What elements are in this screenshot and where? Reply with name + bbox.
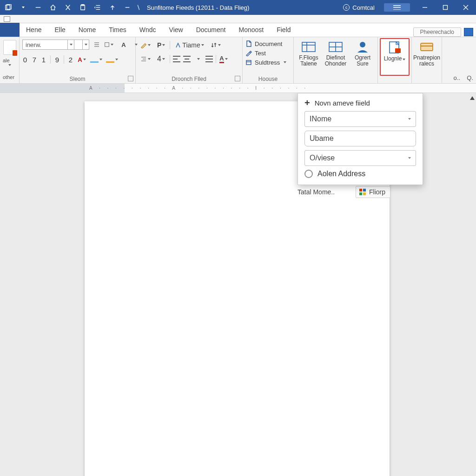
- ribbon-display-options[interactable]: [384, 3, 410, 12]
- document-item[interactable]: Document: [245, 39, 291, 48]
- big-label: F.Fliogs: [299, 54, 318, 61]
- window-close[interactable]: [456, 0, 476, 15]
- share-icon[interactable]: [464, 28, 473, 36]
- num-button[interactable]: 4: [155, 54, 167, 64]
- inome-select[interactable]: INome: [304, 111, 416, 127]
- chip-label: Fliorp: [369, 188, 385, 196]
- dialog-launcher-icon[interactable]: [128, 76, 133, 81]
- clipboard-icon[interactable]: [3, 40, 16, 55]
- box-icon[interactable]: [104, 40, 113, 50]
- menu-tab[interactable]: Hene: [20, 23, 48, 37]
- menu-tab[interactable]: Field: [270, 23, 297, 37]
- aolen-address-radio[interactable]: Aolen Address: [304, 170, 416, 178]
- ribbon-tail: Q. o..: [442, 37, 476, 83]
- titlebar-right: c Comtcal: [338, 0, 476, 15]
- p-button[interactable]: P: [155, 40, 167, 50]
- svg-rect-16: [105, 43, 109, 47]
- align-left-icon[interactable]: [173, 56, 180, 62]
- group-label: Droonch Flled: [136, 76, 242, 82]
- qat-separator: [136, 2, 141, 13]
- tiame-button[interactable]: Tiame: [173, 40, 205, 50]
- fliorp-chip[interactable]: Fliorp: [356, 186, 390, 198]
- svg-rect-22: [302, 42, 315, 52]
- test-item[interactable]: Test: [245, 48, 291, 58]
- svg-rect-36: [363, 192, 366, 195]
- titlebar: Sunfitome Fieeds (12011 - Data Flieg) c …: [0, 0, 476, 15]
- indent-decrease-icon[interactable]: [91, 2, 104, 13]
- size-option[interactable]: 9: [54, 56, 60, 64]
- oviese-select[interactable]: O/viese: [304, 150, 416, 166]
- list-icon[interactable]: [92, 40, 101, 50]
- pheerechaclo-button[interactable]: Pheerechaclo: [413, 27, 461, 37]
- big-label: Llognle: [384, 55, 402, 62]
- ruler-marker-icon[interactable]: [469, 93, 476, 103]
- indent-increase-icon[interactable]: [106, 2, 119, 13]
- chevron-down-icon[interactable]: [68, 40, 74, 50]
- menu-tab[interactable]: Monoost: [232, 23, 270, 37]
- indent-icon[interactable]: [139, 54, 152, 64]
- align-center-icon[interactable]: [183, 56, 191, 62]
- ruler-scale[interactable]: A · · · · · · · · · A · · · · · · · · · …: [85, 84, 476, 93]
- big-label: Pnatrepion: [413, 54, 440, 61]
- plus-icon: +: [304, 98, 310, 107]
- fliogs-button[interactable]: F.FliogsTalene: [297, 39, 321, 76]
- workspace: + Novn ameve fiield INome Ubame O/viese …: [0, 93, 476, 476]
- llognle-button[interactable]: Llognle: [382, 40, 408, 62]
- ogrert-button[interactable]: OgrertSure: [350, 39, 375, 76]
- menu-tab[interactable]: Wndc: [133, 23, 163, 37]
- menu-tab[interactable]: Times: [102, 23, 133, 37]
- sort-icon[interactable]: [209, 40, 223, 50]
- size-option[interactable]: 0: [22, 56, 28, 64]
- num-label: 4: [157, 55, 161, 63]
- svg-rect-10: [443, 6, 448, 10]
- font-grow-icon[interactable]: A: [119, 40, 128, 50]
- size-option[interactable]: 1: [41, 56, 46, 64]
- chevron-down-icon[interactable]: [8, 64, 11, 66]
- menu-tab[interactable]: View: [163, 23, 190, 37]
- highlight-icon[interactable]: [90, 54, 102, 65]
- pnatrepion-button[interactable]: Pnatrepionralecs: [415, 39, 439, 76]
- menu-tab[interactable]: Elle: [48, 23, 72, 37]
- cut-icon[interactable]: [61, 2, 74, 13]
- ruler-margin: [0, 84, 85, 93]
- separator: [216, 55, 216, 63]
- big-label: Ogrert: [355, 54, 370, 61]
- account-label: Comtcal: [352, 4, 375, 11]
- big-label: Diefinot: [326, 54, 345, 61]
- font-name-combo[interactable]: inerw.: [22, 39, 89, 50]
- size-option[interactable]: 7: [32, 56, 37, 64]
- menu-tab[interactable]: Nome: [72, 23, 102, 37]
- home-icon[interactable]: [46, 2, 60, 13]
- brush-icon[interactable]: [139, 40, 152, 50]
- chevron-down-icon[interactable]: [83, 40, 89, 50]
- qat-dash-icon[interactable]: [121, 2, 134, 13]
- app-icon[interactable]: [2, 2, 15, 13]
- dialog-launcher-icon[interactable]: [235, 76, 240, 81]
- account-button[interactable]: c Comtcal: [338, 4, 379, 11]
- ubame-input[interactable]: Ubame: [304, 131, 416, 146]
- window-minimize[interactable]: [415, 0, 435, 15]
- qat-minus-icon[interactable]: [32, 2, 45, 13]
- chevron-down-icon: [408, 157, 411, 159]
- fill-icon[interactable]: [106, 54, 118, 65]
- new-field-dropdown: + Novn ameve fiield INome Ubame O/viese …: [298, 93, 423, 185]
- paste-icon[interactable]: [76, 2, 89, 13]
- font-color-icon[interactable]: A: [77, 54, 86, 65]
- menu-tab[interactable]: Document: [190, 23, 232, 37]
- text-color-icon[interactable]: A: [219, 54, 228, 64]
- hamburger-icon: [393, 5, 401, 10]
- font-size-value: [74, 40, 83, 50]
- qat-dropdown-icon[interactable]: [17, 2, 30, 13]
- size-option[interactable]: 2: [68, 56, 73, 64]
- search-icon[interactable]: Q.: [467, 74, 473, 81]
- chevron-down-icon[interactable]: [193, 54, 203, 64]
- subbar-box-icon[interactable]: [4, 16, 10, 22]
- diefinot-button[interactable]: DiefinotOhonder: [324, 39, 348, 76]
- align-justify-icon[interactable]: [205, 56, 213, 62]
- item-label: Document: [255, 40, 282, 47]
- suldtress-item[interactable]: Suldtress: [245, 58, 291, 67]
- svg-rect-35: [359, 192, 362, 195]
- file-tab[interactable]: [0, 23, 20, 37]
- window-maximize[interactable]: [435, 0, 456, 15]
- separator: [64, 55, 64, 64]
